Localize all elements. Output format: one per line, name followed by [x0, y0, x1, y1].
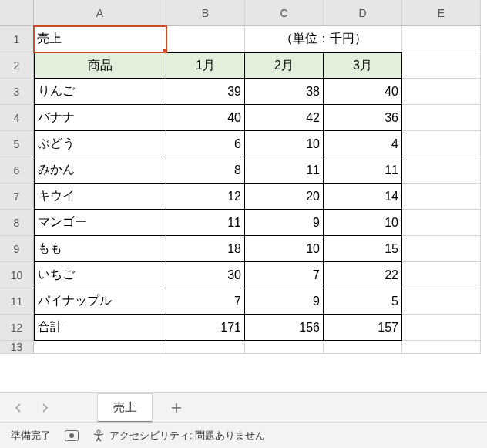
sheet-tab-active[interactable]: 売上	[97, 393, 153, 423]
cell-B10[interactable]: 30	[166, 262, 245, 288]
cell-D9[interactable]: 15	[324, 236, 402, 262]
cell-A7[interactable]: キウイ	[34, 184, 166, 210]
cell-E5[interactable]	[402, 131, 481, 157]
cell-E4[interactable]	[402, 105, 481, 131]
cell-D10[interactable]: 22	[324, 262, 402, 288]
cell-B8[interactable]: 11	[166, 210, 245, 236]
cell-B5[interactable]: 6	[166, 131, 245, 157]
cell-C12[interactable]: 156	[245, 315, 324, 341]
cell-B13[interactable]	[166, 341, 245, 354]
accessibility-icon	[92, 429, 105, 442]
cell-A11[interactable]: パイナップル	[34, 288, 166, 315]
tab-nav-prev[interactable]	[11, 400, 26, 416]
row-head-12[interactable]: 12	[0, 315, 34, 341]
cell-D11[interactable]: 5	[324, 288, 402, 315]
cell-A4[interactable]: バナナ	[34, 105, 166, 131]
add-sheet-button[interactable]	[163, 395, 190, 421]
row-head-1[interactable]: 1	[0, 26, 34, 52]
cell-E10[interactable]	[402, 262, 481, 288]
cell-D7[interactable]: 14	[324, 184, 402, 210]
cell-E2[interactable]	[402, 52, 481, 79]
cell-B6[interactable]: 8	[166, 157, 245, 184]
status-ready: 準備完了	[11, 429, 51, 443]
cell-D3[interactable]: 40	[324, 79, 402, 105]
cell-B1[interactable]	[166, 26, 245, 52]
cell-A1[interactable]: 売上	[34, 26, 166, 52]
cell-C8[interactable]: 9	[245, 210, 324, 236]
cell-A6[interactable]: みかん	[34, 157, 166, 184]
cell-D8[interactable]: 10	[324, 210, 402, 236]
row-head-10[interactable]: 10	[0, 262, 34, 288]
cell-A10[interactable]: いちご	[34, 262, 166, 288]
cell-C5[interactable]: 10	[245, 131, 324, 157]
cell-D4[interactable]: 36	[324, 105, 402, 131]
cell-E3[interactable]	[402, 79, 481, 105]
cell-C4[interactable]: 42	[245, 105, 324, 131]
cell-A2[interactable]: 商品	[34, 52, 166, 79]
record-macro-icon	[65, 430, 79, 441]
cell-A13[interactable]	[34, 341, 166, 354]
cell-E1[interactable]	[402, 26, 481, 52]
accessibility-status[interactable]: アクセシビリティ: 問題ありません	[92, 429, 265, 443]
cell-CD1-unit[interactable]: （単位：千円）	[245, 26, 402, 52]
row-head-3[interactable]: 3	[0, 79, 34, 105]
col-head-B[interactable]: B	[166, 0, 245, 26]
cell-D5[interactable]: 4	[324, 131, 402, 157]
cell-E9[interactable]	[402, 236, 481, 262]
cell-C11[interactable]: 9	[245, 288, 324, 315]
cell-D2[interactable]: 3月	[324, 52, 402, 79]
cell-D12[interactable]: 157	[324, 315, 402, 341]
cell-C3[interactable]: 38	[245, 79, 324, 105]
cell-D13[interactable]	[324, 341, 402, 354]
sheet-tab-strip: 売上	[0, 392, 487, 422]
chevron-right-icon	[41, 403, 49, 413]
tab-nav-next[interactable]	[37, 400, 52, 416]
row-head-8[interactable]: 8	[0, 210, 34, 236]
row-head-5[interactable]: 5	[0, 131, 34, 157]
col-head-C[interactable]: C	[245, 0, 324, 26]
cell-B9[interactable]: 18	[166, 236, 245, 262]
cell-E13[interactable]	[402, 341, 481, 354]
cell-C2[interactable]: 2月	[245, 52, 324, 79]
cell-B11[interactable]: 7	[166, 288, 245, 315]
cell-C9[interactable]: 10	[245, 236, 324, 262]
cell-C7[interactable]: 20	[245, 184, 324, 210]
spreadsheet-grid[interactable]: A B C D E 1 売上 （単位：千円） 2 商品 1月 2月 3月 3 り…	[0, 0, 487, 354]
col-head-E[interactable]: E	[402, 0, 481, 26]
chevron-left-icon	[15, 403, 22, 413]
col-head-D[interactable]: D	[324, 0, 402, 26]
cell-C13[interactable]	[245, 341, 324, 354]
status-bar: 準備完了 アクセシビリティ: 問題ありません	[0, 422, 487, 448]
cell-E6[interactable]	[402, 157, 481, 184]
cell-E11[interactable]	[402, 288, 481, 315]
cell-B3[interactable]: 39	[166, 79, 245, 105]
cell-D6[interactable]: 11	[324, 157, 402, 184]
svg-point-2	[97, 430, 100, 433]
row-head-4[interactable]: 4	[0, 105, 34, 131]
accessibility-label: アクセシビリティ: 問題ありません	[109, 429, 265, 443]
cell-A3[interactable]: りんご	[34, 79, 166, 105]
cell-A8[interactable]: マンゴー	[34, 210, 166, 236]
cell-B4[interactable]: 40	[166, 105, 245, 131]
row-head-2[interactable]: 2	[0, 52, 34, 79]
cell-A9[interactable]: もも	[34, 236, 166, 262]
row-head-7[interactable]: 7	[0, 184, 34, 210]
row-head-6[interactable]: 6	[0, 157, 34, 184]
row-head-11[interactable]: 11	[0, 288, 34, 315]
cell-E12[interactable]	[402, 315, 481, 341]
plus-icon	[171, 403, 182, 413]
row-head-9[interactable]: 9	[0, 236, 34, 262]
cell-B12[interactable]: 171	[166, 315, 245, 341]
cell-E8[interactable]	[402, 210, 481, 236]
cell-A12[interactable]: 合計	[34, 315, 166, 341]
cell-C10[interactable]: 7	[245, 262, 324, 288]
row-head-13[interactable]: 13	[0, 341, 34, 354]
col-head-A[interactable]: A	[34, 0, 166, 26]
cell-B7[interactable]: 12	[166, 184, 245, 210]
cell-A5[interactable]: ぶどう	[34, 131, 166, 157]
select-all-corner[interactable]	[0, 0, 34, 26]
cell-E7[interactable]	[402, 184, 481, 210]
cell-C6[interactable]: 11	[245, 157, 324, 184]
macro-record-button[interactable]	[65, 430, 79, 441]
cell-B2[interactable]: 1月	[166, 52, 245, 79]
